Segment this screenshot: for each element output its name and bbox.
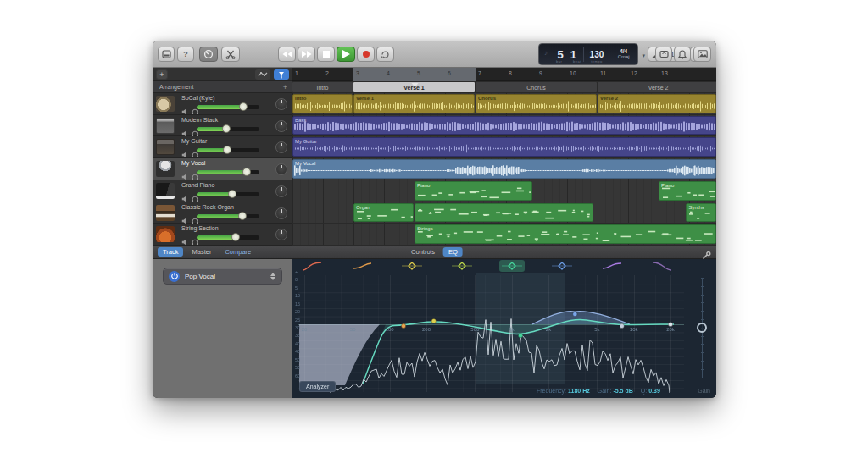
- lcd-dropdown-caret[interactable]: ▾: [642, 52, 645, 59]
- rewind-button[interactable]: [278, 47, 296, 62]
- track-pan-knob[interactable]: [275, 163, 287, 175]
- track-pan-knob[interactable]: [275, 141, 287, 153]
- track-pan-knob[interactable]: [275, 98, 287, 110]
- track-header[interactable]: Grand Piano: [153, 180, 292, 202]
- view-tab-eq[interactable]: EQ: [443, 247, 463, 257]
- eq-graph[interactable]: [292, 273, 716, 398]
- gain-slider-tick: [701, 352, 704, 353]
- ruler-bar-number: 6: [448, 70, 451, 76]
- tab-compare[interactable]: Compare: [220, 247, 256, 257]
- quick-help-button[interactable]: ?: [177, 47, 194, 62]
- region-strings[interactable]: Strings: [415, 224, 716, 244]
- track-volume-slider[interactable]: [197, 127, 259, 131]
- eq-band-4-bell[interactable]: [449, 260, 475, 272]
- track-volume-knob[interactable]: [238, 212, 247, 220]
- region-synths[interactable]: Synths: [686, 203, 716, 223]
- track-header[interactable]: My Vocal: [153, 158, 292, 180]
- track-volume-fill: [197, 105, 244, 109]
- media-browser-button[interactable]: [693, 47, 711, 62]
- track-pan-knob[interactable]: [275, 120, 287, 132]
- region-waveform: [599, 99, 716, 112]
- cycle-button[interactable]: [376, 47, 394, 62]
- eq-db-label: −: [295, 381, 298, 386]
- tab-track[interactable]: Track: [158, 247, 183, 257]
- track-pan-knob[interactable]: [275, 185, 287, 197]
- display-button[interactable]: [655, 47, 672, 62]
- eq-band-5-bell[interactable]: [499, 260, 525, 272]
- record-button[interactable]: [357, 47, 375, 62]
- region-my-guitar[interactable]: My Guitar: [292, 137, 716, 157]
- track-volume-slider[interactable]: [197, 235, 259, 240]
- eq-freq-label: 100: [386, 327, 394, 332]
- track-volume-knob[interactable]: [239, 102, 248, 111]
- eq-band-7-highshelf[interactable]: [599, 260, 625, 272]
- arrangement-section[interactable]: Chorus: [476, 82, 597, 92]
- editors-button[interactable]: [221, 47, 240, 62]
- track-volume-knob[interactable]: [242, 168, 251, 176]
- catch-playhead-button[interactable]: [274, 69, 289, 80]
- track-volume-knob[interactable]: [223, 146, 231, 154]
- track-header[interactable]: Classic Rock Organ: [153, 202, 292, 224]
- track-header[interactable]: Modern Stack: [153, 115, 292, 137]
- playhead[interactable]: [415, 76, 415, 246]
- gain-slider-knob[interactable]: [697, 323, 707, 333]
- plugin-power-button[interactable]: [169, 271, 180, 282]
- eq-gain-slider[interactable]: [697, 278, 707, 378]
- lcd-display[interactable]: ♪ 5 1 bar beat 130 tempo 4/4 Cmaj: [538, 43, 638, 65]
- track-volume-slider[interactable]: [197, 170, 259, 174]
- arrangement-section[interactable]: Intro: [292, 82, 353, 92]
- track-volume-slider[interactable]: [197, 148, 259, 152]
- track-lane[interactable]: My Guitar: [292, 136, 716, 158]
- track-header[interactable]: String Section: [153, 224, 292, 246]
- region-verse-2[interactable]: Verse 2: [598, 94, 716, 113]
- track-volume-slider[interactable]: [197, 214, 259, 218]
- eq-band-3-bell[interactable]: [399, 260, 425, 272]
- track-header[interactable]: SoCal (Kyle): [153, 93, 292, 115]
- gain-slider-tick: [701, 319, 704, 320]
- region-chorus[interactable]: Chorus: [476, 94, 597, 113]
- arrangement-add-button[interactable]: +: [283, 81, 287, 93]
- eq-band-2-lowshelf[interactable]: [349, 260, 375, 272]
- tab-master[interactable]: Master: [186, 247, 216, 257]
- region-piano[interactable]: Piano: [415, 181, 532, 201]
- track-volume-slider[interactable]: [197, 192, 259, 196]
- track-lane[interactable]: OrganSynths: [292, 202, 716, 224]
- eq-band-1-highpass[interactable]: [299, 260, 325, 272]
- region-bass[interactable]: Bass: [292, 116, 716, 135]
- smart-controls-button[interactable]: [199, 47, 218, 62]
- track-lane[interactable]: PianoPiano: [292, 180, 716, 202]
- bar-ruler[interactable]: 12345678910111213: [292, 68, 716, 81]
- view-tab-controls[interactable]: Controls: [406, 247, 440, 257]
- track-pan-knob[interactable]: [275, 207, 287, 219]
- track-volume-knob[interactable]: [228, 190, 236, 198]
- play-button[interactable]: [337, 47, 355, 62]
- arrangement-track-header[interactable]: Arrangement +: [153, 81, 292, 93]
- arrangement-section[interactable]: Verse 2: [598, 82, 716, 92]
- track-volume-slider[interactable]: [197, 105, 259, 109]
- track-volume-knob[interactable]: [222, 124, 231, 133]
- track-lane[interactable]: My Vocal: [292, 158, 716, 180]
- patch-dropdown[interactable]: Pop Vocal: [163, 268, 282, 285]
- track-lane[interactable]: Strings: [292, 224, 716, 246]
- analyzer-button[interactable]: Analyzer: [299, 381, 336, 392]
- automation-button[interactable]: [255, 69, 270, 80]
- region-organ[interactable]: Organ: [353, 203, 414, 223]
- track-volume-knob[interactable]: [231, 233, 240, 241]
- region-my-vocal[interactable]: My Vocal: [292, 159, 716, 179]
- bell-button[interactable]: [674, 47, 691, 62]
- region-intro[interactable]: Intro: [292, 94, 353, 113]
- region-piano[interactable]: Piano: [659, 181, 716, 201]
- eq-band-8-lowpass[interactable]: [649, 260, 675, 272]
- track-lane[interactable]: Bass: [292, 115, 716, 137]
- add-track-button[interactable]: +: [156, 69, 168, 80]
- track-pan-knob[interactable]: [275, 229, 287, 240]
- eq-band-6-bell[interactable]: [549, 260, 575, 272]
- region-waveform: [660, 186, 716, 199]
- eq-freq-label: 5k: [594, 327, 599, 332]
- stop-button[interactable]: [317, 47, 335, 62]
- forward-button[interactable]: [298, 47, 315, 62]
- library-button[interactable]: [158, 47, 175, 62]
- track-header[interactable]: My Guitar: [153, 136, 292, 158]
- region[interactable]: [415, 203, 593, 223]
- track-lane[interactable]: IntroVerse 1ChorusVerse 2: [292, 93, 716, 115]
